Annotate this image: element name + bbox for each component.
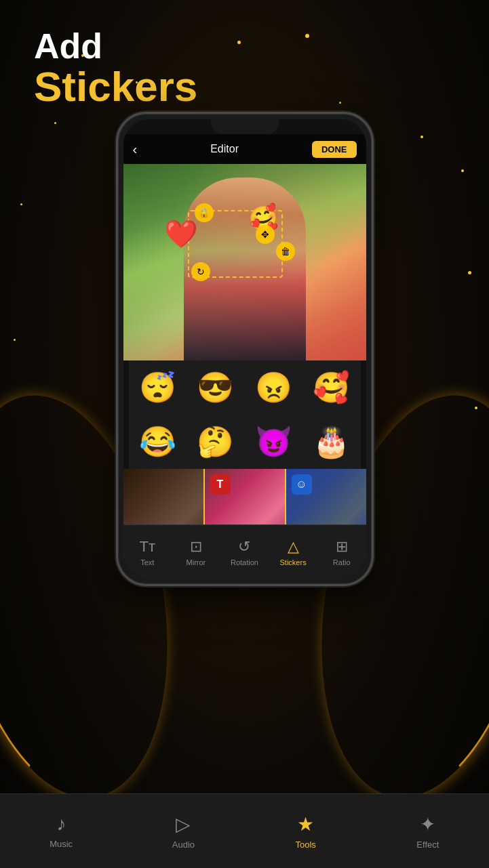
emoji-sleeping[interactable]: 😴 — [132, 363, 183, 413]
back-button[interactable]: ‹ — [133, 142, 138, 157]
sticker-delete-control[interactable]: 🗑 — [276, 242, 295, 261]
toolbar-text[interactable]: Tт Text — [123, 538, 172, 566]
mirror-label: Mirror — [187, 558, 206, 566]
sticker-heart[interactable]: ❤️ — [164, 218, 198, 250]
editor-toolbar: Tт Text ⊡ Mirror ↺ Rotation △ Stickers ⊞… — [123, 524, 366, 579]
done-button[interactable]: DONE — [312, 141, 357, 158]
editor-bar: ‹ Editor DONE — [123, 134, 366, 164]
clip-3-badge: ☺ — [292, 474, 312, 495]
music-label: Music — [50, 839, 73, 849]
emoji-angry[interactable]: 😠 — [248, 363, 299, 413]
clip-2-badge: T — [210, 474, 231, 495]
bottom-nav: ♪ Music ▷ Audio ★ Tools ✦ Effect — [0, 793, 489, 868]
emoji-heart-eyes[interactable]: 🥰 — [306, 363, 357, 413]
tools-icon: ★ — [297, 813, 314, 835]
sticker-rotate-control[interactable]: ↻ — [191, 262, 210, 281]
headline: Add Stickers — [34, 27, 197, 108]
editor-title: Editor — [210, 143, 239, 155]
emoji-devil[interactable]: 😈 — [248, 417, 299, 468]
audio-label: Audio — [172, 840, 195, 850]
ratio-label: Ratio — [333, 558, 351, 566]
stickers-label: Stickers — [280, 558, 307, 566]
phone-screen: ‹ Editor DONE ❤️ 🥰 🔒 ✥ ↻ 🗑 Tт Text — [123, 119, 366, 579]
emoji-thinking[interactable]: 🤔 — [190, 417, 241, 468]
rotation-icon: ↺ — [238, 538, 250, 556]
toolbar-stickers[interactable]: △ Stickers — [269, 538, 317, 566]
toolbar-mirror[interactable]: ⊡ Mirror — [172, 538, 220, 566]
effect-icon: ✦ — [420, 813, 435, 835]
emoji-cake[interactable]: 🎂 — [306, 417, 357, 468]
nav-audio[interactable]: ▷ Audio — [122, 813, 244, 850]
toolbar-ratio[interactable]: ⊞ Ratio — [317, 538, 366, 566]
headline-add: Add — [34, 27, 197, 66]
toolbar-rotation[interactable]: ↺ Rotation — [220, 538, 269, 566]
emoji-panel: 😴 😎 😠 🥰 😂 🤔 😈 🎂 — [129, 360, 361, 469]
phone-frame: ‹ Editor DONE ❤️ 🥰 🔒 ✥ ↻ 🗑 Tт Text — [116, 112, 374, 586]
ratio-icon: ⊞ — [336, 538, 348, 556]
sticker-move-control[interactable]: ✥ — [256, 225, 275, 244]
audio-icon: ▷ — [176, 813, 191, 835]
text-icon: Tт — [140, 538, 156, 556]
emoji-laughing[interactable]: 😂 — [132, 417, 183, 468]
notch — [211, 119, 279, 134]
nav-tools[interactable]: ★ Tools — [245, 813, 367, 850]
nav-music[interactable]: ♪ Music — [0, 813, 122, 849]
photo-area: ❤️ 🥰 🔒 ✥ ↻ 🗑 — [123, 164, 366, 360]
mirror-icon: ⊡ — [190, 538, 202, 556]
sticker-lock-control[interactable]: 🔒 — [195, 203, 214, 222]
emoji-cool[interactable]: 😎 — [190, 363, 241, 413]
headline-stickers: Stickers — [34, 66, 197, 108]
text-label: Text — [140, 558, 154, 566]
music-icon: ♪ — [56, 813, 66, 835]
stickers-icon: △ — [288, 538, 299, 556]
effect-label: Effect — [416, 840, 439, 850]
tools-label: Tools — [295, 840, 315, 850]
rotation-label: Rotation — [231, 558, 258, 566]
nav-effect[interactable]: ✦ Effect — [367, 813, 489, 850]
